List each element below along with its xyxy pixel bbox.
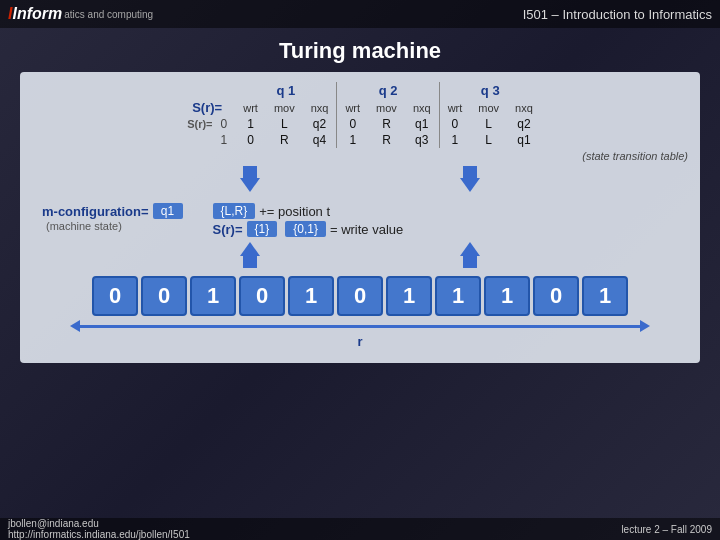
logo-inform: IInform [8, 5, 62, 23]
tape-cell-1: 0 [141, 276, 187, 316]
arrow-down-right [460, 166, 480, 198]
cell-q2-r0-mov: R [368, 116, 405, 132]
h-arrow-left [70, 320, 80, 332]
cell-q3-r0-wrt: 0 [439, 116, 471, 132]
col-q1-nxq: nxq [303, 99, 337, 116]
mconfig-desc1: += position t [259, 204, 330, 219]
mconfig-value: q1 [153, 203, 183, 219]
row-sr-label: S(r)= [179, 116, 212, 132]
footer-lecture: lecture 2 – Fall 2009 [621, 524, 712, 535]
col-q2-mov: mov [368, 99, 405, 116]
cell-q3-r0-mov: L [470, 116, 507, 132]
mconfig-right: {L,R} += position t S(r)= {1} {0,1} = wr… [213, 202, 404, 238]
col-q3-nxq: nxq [507, 99, 541, 116]
cell-q1-r0-wrt: 1 [235, 116, 266, 132]
header-bar: IInform atics and computing I501 – Intro… [0, 0, 720, 28]
cell-q2-r1-nxq: q3 [405, 132, 439, 148]
page-title: Turing machine [279, 38, 441, 64]
row-1-label: 1 [213, 132, 236, 148]
footer-email: jbollen@indiana.edu [8, 518, 99, 529]
sr-label: S(r)= [179, 99, 235, 116]
tape-arrow-row [32, 320, 688, 332]
mconfig-section: m-configuration= q1 (machine state) {L,R… [42, 202, 688, 238]
col-q1-wrt: wrt [235, 99, 266, 116]
cell-q2-r1-wrt: 1 [336, 132, 368, 148]
col-q3-mov: mov [470, 99, 507, 116]
state-q3-header: q 3 [439, 82, 541, 99]
state-q2-header: q 2 [336, 82, 438, 99]
footer: jbollen@indiana.edu http://informatics.i… [0, 518, 720, 540]
mconfig-label: m-configuration= [42, 204, 149, 219]
tape-r-label: r [32, 334, 688, 349]
arrows-section [32, 166, 688, 198]
cell-q2-r0-nxq: q1 [405, 116, 439, 132]
arrow-up-right [460, 242, 480, 270]
mconfig-left: m-configuration= q1 (machine state) [42, 202, 183, 232]
h-arrow-right [640, 320, 650, 332]
mconfig-set1: {L,R} [213, 203, 256, 219]
tape-cell-8: 1 [484, 276, 530, 316]
row-sr-label2 [179, 132, 212, 148]
logo: IInform atics and computing [8, 5, 153, 23]
mconfig-set1-row: {L,R} += position t [213, 203, 404, 219]
cell-q1-r0-nxq: q2 [303, 116, 337, 132]
tape-cell-10: 1 [582, 276, 628, 316]
table-row: S(r)= 0 1 L q2 0 R q1 0 L q2 [179, 116, 541, 132]
cell-q3-r1-wrt: 1 [439, 132, 471, 148]
tape-h-arrow [70, 320, 650, 332]
arrow-down-left [240, 166, 260, 198]
cell-q2-r0-wrt: 0 [336, 116, 368, 132]
mconfig-machine-state-label: (machine state) [46, 220, 183, 232]
main-content: Turing machine q 1 q 2 q 3 S(r)= wrt mov… [0, 28, 720, 540]
footer-url: http://informatics.indiana.edu/jbollen/I… [8, 529, 190, 540]
h-arrow-line [80, 325, 640, 328]
row-0-label: 0 [213, 116, 236, 132]
main-card: q 1 q 2 q 3 S(r)= wrt mov nxq wrt mov nx… [20, 72, 700, 363]
cell-q1-r1-wrt: 0 [235, 132, 266, 148]
mconfig-sr-value: {1} [247, 221, 278, 237]
tape-cell-9: 0 [533, 276, 579, 316]
mconfig-label-row: m-configuration= q1 [42, 203, 183, 219]
mconfig-sr-row: S(r)= {1} {0,1} = write value [213, 221, 404, 237]
tape-cells: 0 0 1 0 1 0 1 1 1 0 1 [32, 276, 688, 316]
cell-q2-r1-mov: R [368, 132, 405, 148]
logo-text: Inform [12, 5, 62, 22]
header-title: I501 – Introduction to Informatics [523, 7, 712, 22]
tape-cell-6: 1 [386, 276, 432, 316]
cell-q3-r0-nxq: q2 [507, 116, 541, 132]
cell-q1-r0-mov: L [266, 116, 303, 132]
state-q1-header: q 1 [235, 82, 336, 99]
table-note: (state transition table) [32, 150, 688, 162]
col-q1-mov: mov [266, 99, 303, 116]
tape-cell-2: 1 [190, 276, 236, 316]
arrows-section2 [32, 242, 688, 270]
cell-q3-r1-nxq: q1 [507, 132, 541, 148]
tape-cell-4: 1 [288, 276, 334, 316]
table-row: 1 0 R q4 1 R q3 1 L q1 [179, 132, 541, 148]
logo-subtext: atics and computing [64, 9, 153, 20]
tape-section: 0 0 1 0 1 0 1 1 1 0 1 r [32, 276, 688, 349]
cell-q1-r1-mov: R [266, 132, 303, 148]
mconfig-desc2: = write value [330, 222, 403, 237]
tape-cell-0: 0 [92, 276, 138, 316]
footer-left: jbollen@indiana.edu http://informatics.i… [8, 518, 190, 540]
transition-table: q 1 q 2 q 3 S(r)= wrt mov nxq wrt mov nx… [179, 82, 541, 148]
col-q2-wrt: wrt [336, 99, 368, 116]
tape-cell-3: 0 [239, 276, 285, 316]
mconfig-set2: {0,1} [285, 221, 326, 237]
cell-q1-r1-nxq: q4 [303, 132, 337, 148]
mconfig-sr-label: S(r)= [213, 222, 243, 237]
cell-q3-r1-mov: L [470, 132, 507, 148]
arrow-up-left [240, 242, 260, 270]
col-q2-nxq: nxq [405, 99, 439, 116]
col-q3-wrt: wrt [439, 99, 471, 116]
tape-cell-7: 1 [435, 276, 481, 316]
tape-cell-5: 0 [337, 276, 383, 316]
